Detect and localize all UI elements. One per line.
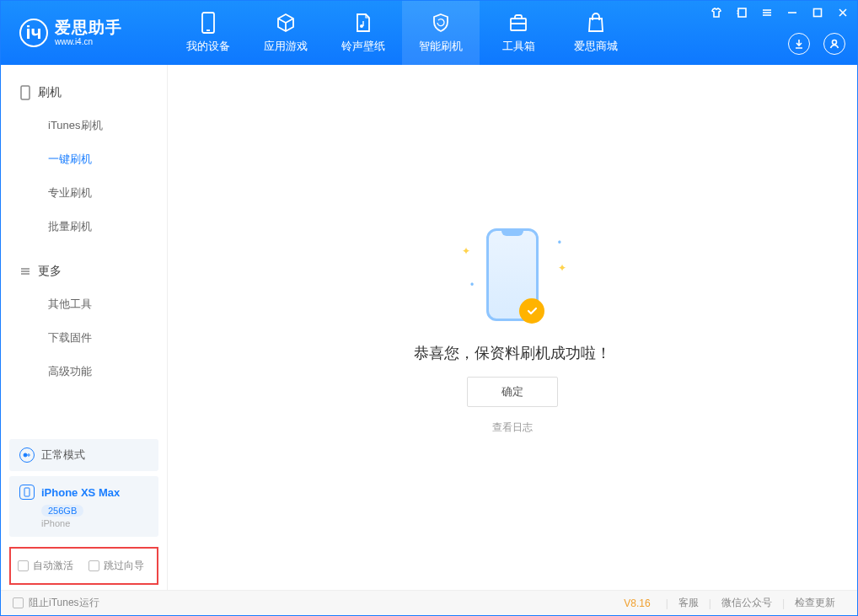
- view-log-link[interactable]: 查看日志: [492, 420, 533, 435]
- minimize-button[interactable]: [783, 4, 802, 21]
- svg-rect-21: [24, 488, 29, 496]
- download-button[interactable]: [788, 33, 810, 55]
- checkbox-auto-activate[interactable]: 自动激活: [18, 559, 73, 573]
- checkbox-label: 阻止iTunes运行: [29, 596, 99, 610]
- sidebar-item-oneclick-flash[interactable]: 一键刷机: [1, 142, 167, 176]
- status-dot-icon: [19, 447, 35, 463]
- cube-icon: [275, 12, 297, 34]
- header-actions: [788, 33, 845, 55]
- footer-link-wechat[interactable]: 微信公众号: [711, 596, 782, 610]
- footer-link-update[interactable]: 检查更新: [785, 596, 845, 610]
- phone-outline-icon: [19, 85, 31, 100]
- app-header: iч 爱思助手 www.i4.cn 我的设备 应用游戏 铃声壁纸 智能刷机 工具…: [1, 1, 857, 65]
- close-button[interactable]: [834, 4, 852, 21]
- menu-icon[interactable]: [758, 4, 776, 21]
- svg-point-20: [28, 454, 29, 456]
- sidebar-header-flash: 刷机: [1, 77, 167, 109]
- success-message: 恭喜您，保资料刷机成功啦！: [414, 343, 611, 363]
- device-name: iPhone XS Max: [41, 486, 120, 499]
- checkbox-label: 跳过向导: [104, 559, 144, 573]
- checkbox-stop-itunes[interactable]: 阻止iTunes运行: [13, 596, 99, 610]
- tab-label: 我的设备: [186, 39, 230, 54]
- briefcase-icon: [507, 12, 529, 34]
- sidebar-item-batch-flash[interactable]: 批量刷机: [1, 210, 167, 244]
- checkbox-box-icon: [18, 560, 29, 571]
- footer-links: | 客服 | 微信公众号 | 检查更新: [666, 596, 845, 610]
- svg-rect-5: [738, 8, 746, 17]
- device-phone-icon: [19, 485, 35, 500]
- tab-label: 爱思商城: [574, 39, 618, 54]
- svg-rect-15: [21, 86, 29, 99]
- checkbox-box-icon: [13, 597, 24, 608]
- sidebar-item-advanced[interactable]: 高级功能: [1, 355, 167, 388]
- phone-notch: [501, 231, 523, 236]
- window-controls: [707, 4, 852, 21]
- tab-label: 铃声壁纸: [341, 39, 385, 54]
- music-file-icon: [352, 12, 374, 34]
- tab-smart-flash[interactable]: 智能刷机: [402, 1, 480, 65]
- main-tabs: 我的设备 应用游戏 铃声壁纸 智能刷机 工具箱 爱思商城: [169, 1, 635, 65]
- sparkle-icon: ✦: [558, 262, 566, 274]
- status-bar: 阻止iTunes运行 V8.16 | 客服 | 微信公众号 | 检查更新: [1, 590, 857, 615]
- svg-point-19: [24, 453, 27, 457]
- list-icon: [19, 265, 31, 277]
- checkbox-box-icon: [88, 560, 99, 571]
- sidebar: 刷机 iTunes刷机 一键刷机 专业刷机 批量刷机 更多 其他工具 下载固件 …: [1, 65, 168, 590]
- sidebar-section-flash: 刷机 iTunes刷机 一键刷机 专业刷机 批量刷机: [1, 65, 167, 244]
- tab-store[interactable]: 爱思商城: [557, 1, 635, 65]
- tab-ringtone-wallpaper[interactable]: 铃声壁纸: [324, 1, 402, 65]
- device-capacity-badge: 256GB: [41, 505, 83, 517]
- logo-area: iч 爱思助手 www.i4.cn: [1, 19, 169, 47]
- footer-link-service[interactable]: 客服: [668, 596, 709, 610]
- maximize-button[interactable]: [808, 4, 827, 21]
- svg-rect-3: [511, 19, 526, 30]
- sparkle-icon: ✦: [462, 245, 470, 257]
- tab-toolbox[interactable]: 工具箱: [480, 1, 557, 65]
- tab-apps-games[interactable]: 应用游戏: [247, 1, 324, 65]
- device-mode-label: 正常模式: [41, 447, 85, 463]
- phone-icon: [197, 12, 219, 34]
- version-label: V8.16: [624, 597, 650, 609]
- sidebar-spacer: [1, 388, 167, 434]
- sidebar-item-itunes-flash[interactable]: iTunes刷机: [1, 109, 167, 142]
- app-subtitle: www.i4.cn: [55, 37, 122, 46]
- logo-text: 爱思助手 www.i4.cn: [55, 19, 122, 46]
- shield-refresh-icon: [430, 12, 452, 34]
- svg-rect-12: [814, 9, 822, 17]
- flash-options-box: 自动激活 跳过向导: [9, 547, 158, 585]
- svg-point-4: [833, 40, 837, 45]
- sidebar-header-label: 更多: [38, 264, 62, 279]
- tab-label: 智能刷机: [419, 39, 463, 54]
- device-type: iPhone: [41, 518, 148, 528]
- sidebar-header-label: 刷机: [38, 85, 62, 100]
- tab-label: 工具箱: [502, 39, 535, 54]
- device-mode-status[interactable]: 正常模式: [9, 439, 158, 471]
- app-title: 爱思助手: [55, 19, 122, 37]
- app-body: 刷机 iTunes刷机 一键刷机 专业刷机 批量刷机 更多 其他工具 下载固件 …: [1, 65, 857, 590]
- shopping-bag-icon: [585, 12, 607, 34]
- app-logo-icon: iч: [19, 19, 48, 47]
- sidebar-item-other-tools[interactable]: 其他工具: [1, 287, 167, 321]
- device-card[interactable]: iPhone XS Max 256GB iPhone: [9, 476, 158, 537]
- checkbox-label: 自动激活: [33, 559, 73, 573]
- svg-point-2: [360, 24, 363, 28]
- sidebar-section-more: 更多 其他工具 下载固件 高级功能: [1, 244, 167, 388]
- main-content: ✦ • • ✦ 恭喜您，保资料刷机成功啦！ 确定 查看日志: [168, 65, 857, 590]
- tab-my-device[interactable]: 我的设备: [169, 1, 247, 65]
- sidebar-item-pro-flash[interactable]: 专业刷机: [1, 176, 167, 210]
- shirt-icon[interactable]: [707, 4, 726, 21]
- tab-label: 应用游戏: [264, 39, 308, 54]
- success-illustration: ✦ • • ✦: [445, 220, 580, 329]
- sidebar-header-more: 更多: [1, 255, 167, 287]
- notebook-icon[interactable]: [732, 4, 751, 21]
- sparkle-icon: •: [558, 237, 561, 249]
- sparkle-icon: •: [470, 279, 474, 291]
- device-card-row: iPhone XS Max: [19, 485, 148, 500]
- phone-illustration-icon: [486, 228, 539, 321]
- sidebar-item-download-firmware[interactable]: 下载固件: [1, 321, 167, 355]
- success-check-badge-icon: [519, 298, 544, 324]
- ok-button[interactable]: 确定: [467, 377, 558, 407]
- user-button[interactable]: [823, 33, 845, 55]
- checkbox-skip-guide[interactable]: 跳过向导: [88, 559, 144, 573]
